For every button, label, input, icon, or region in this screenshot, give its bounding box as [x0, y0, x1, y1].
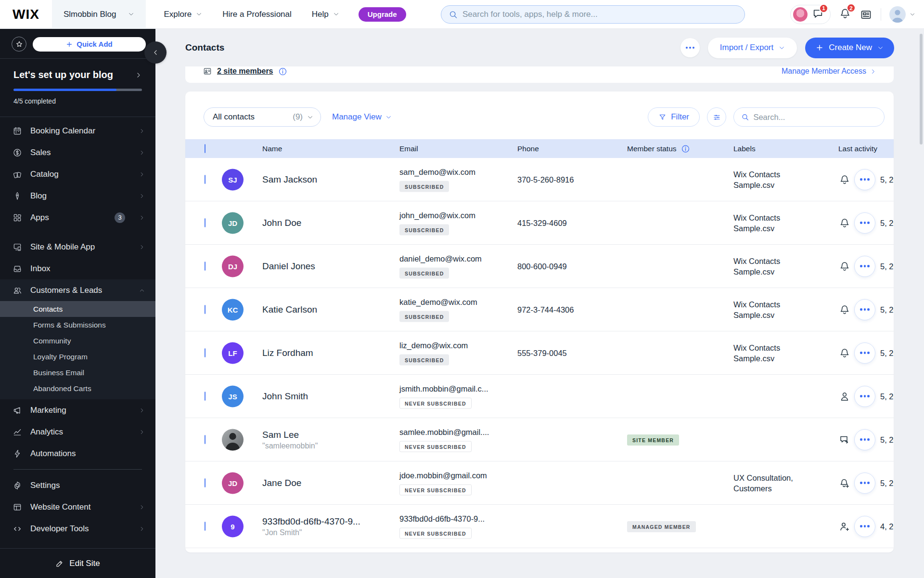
- nav-hire-a-professional[interactable]: Hire a Professional: [222, 10, 292, 19]
- setup-checklist-card[interactable]: Let's set up your blog 4/5 completed: [0, 58, 155, 117]
- sidebar-item-catalog[interactable]: Catalog: [0, 163, 155, 185]
- column-header-member-status[interactable]: Member status: [627, 144, 690, 153]
- row-actions-button[interactable]: [854, 342, 875, 364]
- table-row contact-row-jane-doe[interactable]: JDJane Doejdoe.mobbin@gmail.comNEVER SUB…: [185, 461, 894, 505]
- column-header-last-activity[interactable]: Last activity: [838, 144, 877, 153]
- sidebar-item-loyalty-program[interactable]: Loyalty Program: [0, 349, 155, 365]
- sidebar-item-booking-calendar[interactable]: Booking Calendar: [0, 120, 155, 142]
- site-menu[interactable]: Slmobbin Blog: [52, 0, 146, 29]
- page-scrollbar[interactable]: [920, 34, 923, 144]
- wix-logo[interactable]: WIX: [13, 7, 39, 22]
- sidebar-item-forms-submissions[interactable]: Forms & Submissions: [0, 317, 155, 333]
- row-checkbox[interactable]: [205, 305, 205, 314]
- row-actions-button[interactable]: [854, 299, 875, 320]
- updates-news-icon[interactable]: [860, 8, 873, 21]
- nav-help-label: Help: [312, 10, 329, 19]
- sidebar-subitem-label: Loyalty Program: [33, 353, 88, 361]
- select-all-checkbox[interactable]: [205, 144, 205, 153]
- contact-labels: Wix Contacts Sample.csv: [733, 299, 806, 320]
- column-settings-button[interactable]: [707, 107, 726, 127]
- table-row contact-row-john-smith[interactable]: JSJohn Smithjsmith.mobbin@gmail.c...NEVE…: [185, 375, 894, 418]
- row-actions-button[interactable]: [854, 473, 875, 494]
- sidebar-item-label: Site & Mobile App: [30, 242, 95, 252]
- row-actions-button[interactable]: [854, 386, 875, 407]
- row-checkbox[interactable]: [205, 522, 205, 531]
- account-menu[interactable]: [889, 6, 915, 23]
- row-checkbox[interactable]: [205, 348, 205, 357]
- row-actions-button[interactable]: [854, 516, 875, 537]
- sidebar-item-community[interactable]: Community: [0, 333, 155, 349]
- site-members-icon: [203, 66, 212, 76]
- table-row contact-row-liz-fordham[interactable]: LFLiz Fordhamliz_demo@wix.comSUBSCRIBED5…: [185, 331, 894, 375]
- nav-explore[interactable]: Explore: [164, 10, 203, 19]
- sidebar-item-contacts[interactable]: Contacts: [0, 301, 155, 317]
- sidebar-item-developer-tools[interactable]: Developer Tools: [0, 518, 155, 539]
- upgrade-button[interactable]: Upgrade: [359, 7, 406, 22]
- sidebar-item-site-mobile-app[interactable]: Site & Mobile App: [0, 236, 155, 258]
- row-checkbox[interactable]: [205, 218, 205, 227]
- filter-button[interactable]: Filter: [648, 107, 700, 127]
- more-actions-button[interactable]: [680, 38, 700, 57]
- user-avatar[interactable]: [793, 7, 808, 22]
- site-members-link[interactable]: 2 site members: [217, 67, 273, 76]
- sidebar-item-apps[interactable]: Apps3: [0, 207, 155, 228]
- sidebar-item-automations[interactable]: Automations: [0, 443, 155, 464]
- row-actions-button[interactable]: [854, 429, 875, 450]
- sidebar-item-marketing[interactable]: Marketing: [0, 399, 155, 421]
- row-checkbox[interactable]: [205, 435, 205, 444]
- sidebar-collapse-button[interactable]: [144, 41, 167, 64]
- sidebar-item-blog[interactable]: Blog: [0, 185, 155, 207]
- row-actions-button[interactable]: [854, 256, 875, 277]
- row-checkbox[interactable]: [205, 262, 205, 271]
- person-plus-icon: [839, 521, 850, 532]
- sidebar-item-abandoned-carts[interactable]: Abandoned Carts: [0, 381, 155, 396]
- sidebar-item-settings[interactable]: Settings: [0, 474, 155, 496]
- table-body: SJSam Jacksonsam_demo@wix.comSUBSCRIBED3…: [185, 158, 894, 548]
- edit-site-button[interactable]: Edit Site: [0, 548, 155, 578]
- table-search[interactable]: [733, 107, 885, 127]
- column-header-name[interactable]: Name: [262, 144, 282, 153]
- table-row contact-row-katie-carlson[interactable]: KCKatie Carlsonkatie_demo@wix.comSUBSCRI…: [185, 288, 894, 331]
- column-header-phone[interactable]: Phone: [517, 144, 539, 153]
- sidebar-item-analytics[interactable]: Analytics: [0, 421, 155, 443]
- row-actions-button[interactable]: [854, 212, 875, 234]
- table-row contact-row-sam-lee[interactable]: Sam Lee"samleemobbin"samlee.mobbin@gmail…: [185, 418, 894, 461]
- sidebar-item-label: Blog: [30, 191, 47, 201]
- last-activity-date: 5, 20: [880, 348, 894, 357]
- info-icon[interactable]: [681, 144, 690, 153]
- row-checkbox[interactable]: [205, 478, 205, 487]
- row-checkbox[interactable]: [205, 392, 205, 401]
- view-selector[interactable]: All contacts (9): [204, 107, 321, 127]
- row-actions-button[interactable]: [854, 169, 875, 190]
- sidebar-item-label: Sales: [30, 148, 51, 158]
- quick-add-label: Quick Add: [77, 40, 112, 48]
- global-search-input[interactable]: [462, 10, 737, 19]
- manage-member-access-link[interactable]: Manage Member Access: [782, 67, 876, 76]
- sidebar-item-website-content[interactable]: Website Content: [0, 496, 155, 518]
- import-export-button[interactable]: Import / Export: [708, 38, 797, 58]
- table-search-input[interactable]: [753, 113, 877, 122]
- row-checkbox[interactable]: [205, 175, 205, 184]
- column-header-labels[interactable]: Labels: [733, 144, 756, 153]
- sidebar-item-customers-leads[interactable]: Customers & Leads: [0, 279, 155, 301]
- global-search[interactable]: [441, 5, 745, 24]
- table-row contact-row-daniel-jones[interactable]: DJDaniel Jonesdaniel_demo@wix.comSUBSCRI…: [185, 245, 894, 288]
- quick-add-button[interactable]: Quick Add: [33, 37, 146, 52]
- create-new-button[interactable]: Create New: [805, 38, 894, 58]
- user-chat-pill[interactable]: 1: [790, 5, 831, 24]
- table-row contact-row-sam-jackson[interactable]: SJSam Jacksonsam_demo@wix.comSUBSCRIBED3…: [185, 158, 894, 201]
- nav-help[interactable]: Help: [312, 10, 339, 19]
- sidebar-item-label: Settings: [30, 481, 60, 490]
- favorites-button[interactable]: [12, 37, 26, 52]
- sidebar-item-business-email[interactable]: Business Email: [0, 365, 155, 381]
- manage-view-link[interactable]: Manage View: [332, 112, 392, 122]
- info-icon[interactable]: [278, 67, 287, 76]
- sidebar-item-sales[interactable]: Sales: [0, 142, 155, 163]
- table-row contact-row-john-doe[interactable]: JDJohn Doejohn_demo@wix.comSUBSCRIBED415…: [185, 201, 894, 245]
- search-icon: [741, 113, 749, 121]
- sidebar-item-inbox[interactable]: Inbox: [0, 258, 155, 279]
- subscription-badge: SUBSCRIBED: [399, 224, 449, 235]
- column-header-email[interactable]: Email: [399, 144, 418, 153]
- table-row contact-row-933fbd0d-d6fb-4370-9[interactable]: 9933fbd0d-d6fb-4370-9..."Jon Smith"933fb…: [185, 505, 894, 548]
- sliders-icon: [712, 113, 721, 122]
